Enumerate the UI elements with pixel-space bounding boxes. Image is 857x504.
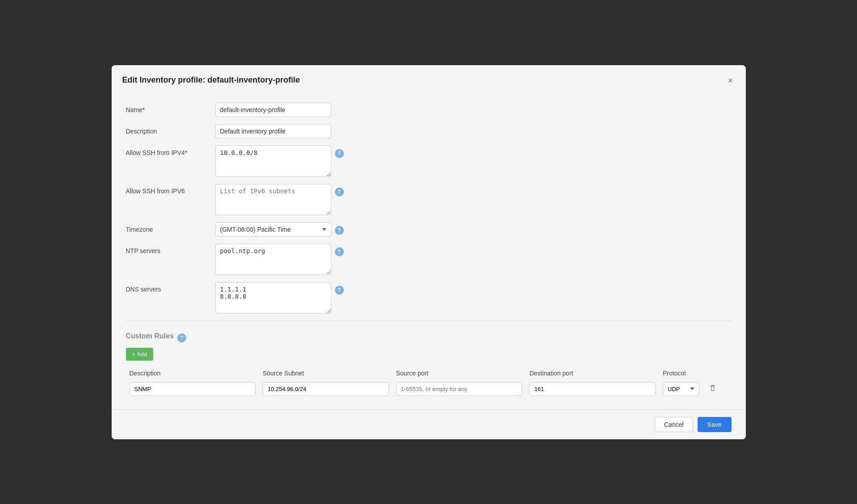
ipv4-label: Allow SSH from IPV4* [126,146,215,156]
timezone-help-icon[interactable]: ? [335,226,344,235]
modal-header: Edit Inventory profile: default-inventor… [112,65,746,94]
ntp-label: NTP servers [126,244,215,254]
rule-description-input[interactable] [130,382,256,396]
edit-inventory-modal: Edit Inventory profile: default-inventor… [112,65,746,439]
col-header-source-subnet: Source Subnet [259,367,393,379]
dns-row: DNS servers 1.1.1.1 8.8.8.8 ? [126,282,732,313]
description-control-wrap [215,124,331,138]
ipv6-input[interactable] [215,184,331,215]
col-header-destination-port: Destination port [526,367,659,379]
name-input[interactable] [215,103,331,117]
custom-rules-thead: Description Source Subnet Source port De… [126,367,732,379]
rule-destination-port-input[interactable] [529,382,656,396]
modal-overlay: Edit Inventory profile: default-inventor… [0,0,857,504]
description-row: Description [126,124,732,138]
trash-icon [709,384,716,392]
section-divider [126,321,732,321]
ntp-help-icon[interactable]: ? [335,247,344,256]
ipv6-help-icon[interactable]: ? [335,187,344,196]
modal-footer: Cancel Save [112,409,746,439]
rule-source-subnet-input[interactable] [263,382,389,396]
rule-source-subnet-cell [259,379,393,399]
ipv6-label: Allow SSH from IPV6 [126,184,215,195]
dns-label: DNS servers [126,282,215,293]
rule-delete-cell [703,379,732,399]
rule-source-port-cell [393,379,526,399]
cancel-button[interactable]: Cancel [655,417,693,432]
name-label: Name* [126,103,215,113]
modal-body: Name* Description Allow SSH from IPV4* 1… [112,94,746,409]
save-button[interactable]: Save [698,417,732,432]
dns-control-wrap: 1.1.1.1 8.8.8.8 ? [215,282,344,313]
modal-title: Edit Inventory profile: default-inventor… [122,75,300,85]
ntp-row: NTP servers pool.ntp.org ? [126,244,732,275]
col-header-actions [703,367,732,379]
col-header-source-port: Source port [393,367,526,379]
description-input[interactable] [215,124,331,138]
ipv4-input[interactable]: 10.0.0.0/8 [215,146,331,177]
custom-rules-title-text: Custom Rules [126,332,174,340]
rule-description-cell [126,379,259,399]
custom-rules-tbody: UDP TCP Both [126,379,732,399]
rule-protocol-select[interactable]: UDP TCP Both [663,382,699,396]
delete-rule-button[interactable] [707,382,719,396]
ipv6-row: Allow SSH from IPV6 ? [126,184,732,215]
ipv4-help-icon[interactable]: ? [335,149,344,158]
custom-rules-help-icon[interactable]: ? [177,333,186,342]
description-label: Description [126,124,215,135]
name-row: Name* [126,103,732,117]
timezone-row: Timezone (GMT-08:00) Pacific Time (GMT-0… [126,222,732,237]
ntp-control-wrap: pool.ntp.org ? [215,244,344,275]
custom-rules-header-row: Description Source Subnet Source port De… [126,367,732,379]
timezone-select[interactable]: (GMT-08:00) Pacific Time (GMT-05:00) Eas… [215,222,331,237]
ipv6-control-wrap: ? [215,184,344,215]
ntp-input[interactable]: pool.ntp.org [215,244,331,275]
rule-protocol-cell: UDP TCP Both [659,379,703,399]
name-control-wrap [215,103,331,117]
col-header-description: Description [126,367,259,379]
add-rule-button[interactable]: + Add [126,348,154,361]
ipv4-control-wrap: 10.0.0.0/8 ? [215,146,344,177]
close-button[interactable]: × [726,74,735,87]
dns-help-icon[interactable]: ? [335,286,344,295]
timezone-label: Timezone [126,222,215,233]
custom-rules-table: Description Source Subnet Source port De… [126,367,732,399]
col-header-protocol: Protocol [659,367,703,379]
custom-rules-section-title: Custom Rules ? [126,330,732,342]
rule-source-port-input[interactable] [396,382,523,396]
table-row: UDP TCP Both [126,379,732,399]
rule-destination-port-cell [526,379,659,399]
ipv4-row: Allow SSH from IPV4* 10.0.0.0/8 ? [126,146,732,177]
dns-input[interactable]: 1.1.1.1 8.8.8.8 [215,282,331,313]
timezone-control-wrap: (GMT-08:00) Pacific Time (GMT-05:00) Eas… [215,222,344,237]
